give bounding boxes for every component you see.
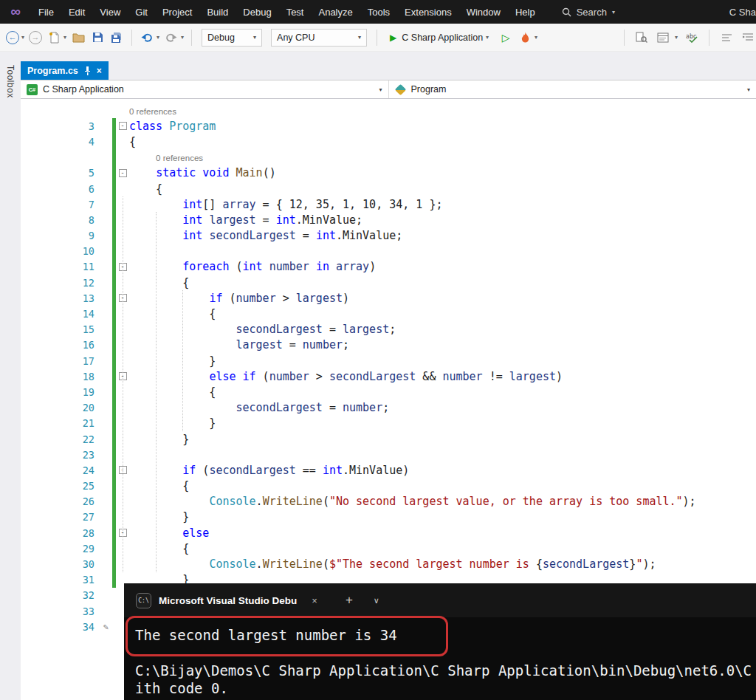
menu-item-extensions[interactable]: Extensions	[397, 0, 459, 24]
line-number[interactable]: 5	[21, 167, 94, 179]
code-text[interactable]: {	[129, 182, 756, 196]
new-file-icon[interactable]	[47, 30, 61, 45]
code-text[interactable]: foreach (int number in array)	[129, 260, 756, 273]
menu-item-analyze[interactable]: Analyze	[311, 0, 360, 24]
hot-reload-icon[interactable]	[518, 30, 532, 45]
menu-item-tools[interactable]: Tools	[360, 0, 397, 24]
menu-item-test[interactable]: Test	[279, 0, 312, 24]
redo-dropdown-icon[interactable]: ▾	[181, 34, 184, 41]
codelens-references-link[interactable]: 0 references	[129, 107, 176, 116]
new-terminal-tab-icon[interactable]: +	[346, 593, 353, 608]
type-member-dropdown[interactable]: Program ▾	[389, 80, 756, 98]
collapse-toggle-icon[interactable]: -	[119, 122, 127, 130]
line-number[interactable]: 15	[21, 323, 94, 335]
line-number[interactable]: 22	[21, 433, 94, 445]
code-text[interactable]: secondLargest = number;	[129, 401, 756, 414]
solution-configuration-dropdown[interactable]: Debug ▾	[202, 29, 262, 47]
codelens-references-link[interactable]: 0 references	[156, 154, 203, 162]
line-number[interactable]: 21	[21, 417, 94, 429]
menu-item-build[interactable]: Build	[199, 0, 236, 24]
menu-item-debug[interactable]: Debug	[236, 0, 278, 24]
undo-dropdown-icon[interactable]: ▾	[157, 34, 159, 41]
redo-icon[interactable]	[164, 30, 179, 45]
chevron-down-icon[interactable]: ▾	[675, 34, 678, 41]
code-text[interactable]: {	[129, 542, 756, 555]
indent-guides-icon[interactable]	[740, 30, 755, 45]
code-text[interactable]: Console.WriteLine($"The second largest n…	[129, 557, 756, 571]
code-text[interactable]: }	[129, 354, 756, 368]
line-number[interactable]: 11	[21, 261, 94, 272]
line-number[interactable]: 17	[21, 355, 94, 367]
code-text[interactable]: }	[129, 510, 756, 524]
line-number[interactable]: 14	[21, 308, 94, 320]
navigate-back-icon[interactable]: ←	[6, 31, 19, 44]
code-text[interactable]: class Program	[129, 120, 756, 133]
line-number[interactable]: 7	[21, 199, 94, 210]
quick-actions-pen-icon[interactable]: ✎	[103, 622, 109, 632]
code-text[interactable]: secondLargest = largest;	[129, 323, 756, 336]
line-number[interactable]: 23	[21, 449, 94, 461]
line-number[interactable]: 24	[21, 464, 94, 476]
codelens-text[interactable]: 0 references	[129, 151, 756, 164]
find-in-files-icon[interactable]	[634, 30, 649, 45]
start-debugging-button[interactable]: ▶ C Sharp Application ▾	[385, 28, 494, 47]
line-number[interactable]: 10	[21, 245, 94, 257]
save-icon[interactable]	[90, 30, 105, 45]
solution-explorer-icon[interactable]	[656, 30, 670, 45]
menu-item-help[interactable]: Help	[508, 0, 543, 24]
code-text[interactable]: int secondLargest = int.MinValue;	[129, 229, 756, 242]
line-number[interactable]: 16	[21, 339, 94, 351]
menu-item-git[interactable]: Git	[128, 0, 155, 24]
search-box[interactable]: Search ▾	[562, 7, 615, 18]
project-dropdown[interactable]: C# C Sharp Application ▾	[21, 80, 389, 98]
save-all-icon[interactable]	[109, 30, 124, 45]
code-text[interactable]: else	[129, 526, 756, 540]
open-file-icon[interactable]	[71, 30, 86, 45]
code-text[interactable]: int[] array = { 12, 35, 1, 10, 34, 1 };	[129, 198, 756, 211]
line-number[interactable]: 3	[21, 120, 94, 132]
line-number[interactable]: 20	[21, 402, 94, 414]
code-text[interactable]: int largest = int.MinValue;	[129, 213, 756, 227]
line-number[interactable]: 32	[21, 589, 94, 601]
codelens-text[interactable]: 0 references	[129, 104, 756, 117]
menu-item-window[interactable]: Window	[459, 0, 508, 24]
code-text[interactable]: if (number > largest)	[129, 292, 756, 305]
code-text[interactable]: }	[129, 433, 756, 446]
solution-platform-dropdown[interactable]: Any CPU ▾	[271, 29, 367, 47]
terminal-tab-dropdown-icon[interactable]: ∨	[374, 596, 379, 605]
line-number[interactable]: 9	[21, 230, 94, 241]
code-text[interactable]: }	[129, 416, 756, 430]
menu-item-view[interactable]: View	[92, 0, 128, 24]
line-number[interactable]: 33	[21, 605, 94, 617]
code-text[interactable]: if (secondLargest == int.MinValue)	[129, 464, 756, 477]
close-icon[interactable]: ×	[97, 66, 102, 75]
line-number[interactable]: 8	[21, 214, 94, 226]
line-number[interactable]: 31	[21, 574, 94, 586]
line-number[interactable]: 30	[21, 558, 94, 570]
code-text[interactable]: {	[129, 479, 756, 493]
new-file-dropdown-icon[interactable]: ▾	[63, 34, 66, 41]
code-text[interactable]: {	[129, 135, 756, 148]
hot-reload-dropdown-icon[interactable]: ▾	[535, 34, 537, 41]
navigate-forward-icon[interactable]: →	[29, 31, 42, 44]
line-number[interactable]: 12	[21, 277, 94, 289]
toolbox-tab[interactable]: Toolbox	[5, 65, 16, 700]
document-tab-program-cs[interactable]: Program.cs ×	[21, 61, 109, 80]
code-text[interactable]: {	[129, 276, 756, 289]
show-whitespace-icon[interactable]	[719, 30, 734, 45]
spell-check-icon[interactable]: abc	[684, 30, 699, 45]
code-text[interactable]: largest = number;	[129, 338, 756, 351]
start-without-debugging-icon[interactable]: ▷	[498, 30, 513, 45]
line-number[interactable]: 28	[21, 527, 94, 539]
terminal-tab[interactable]: C:\ Microsoft Visual Studio Debu ×	[136, 583, 323, 617]
menu-item-project[interactable]: Project	[155, 0, 199, 24]
navigate-back-dropdown-icon[interactable]: ▾	[21, 34, 24, 41]
line-number[interactable]: 25	[21, 480, 94, 492]
code-text[interactable]: {	[129, 307, 756, 320]
code-text[interactable]: else if (number > secondLargest && numbe…	[129, 370, 756, 383]
pin-icon[interactable]	[84, 66, 91, 75]
undo-icon[interactable]	[140, 30, 154, 45]
line-number[interactable]: 18	[21, 371, 94, 382]
menu-item-edit[interactable]: Edit	[61, 0, 92, 24]
line-number[interactable]: 13	[21, 292, 94, 304]
